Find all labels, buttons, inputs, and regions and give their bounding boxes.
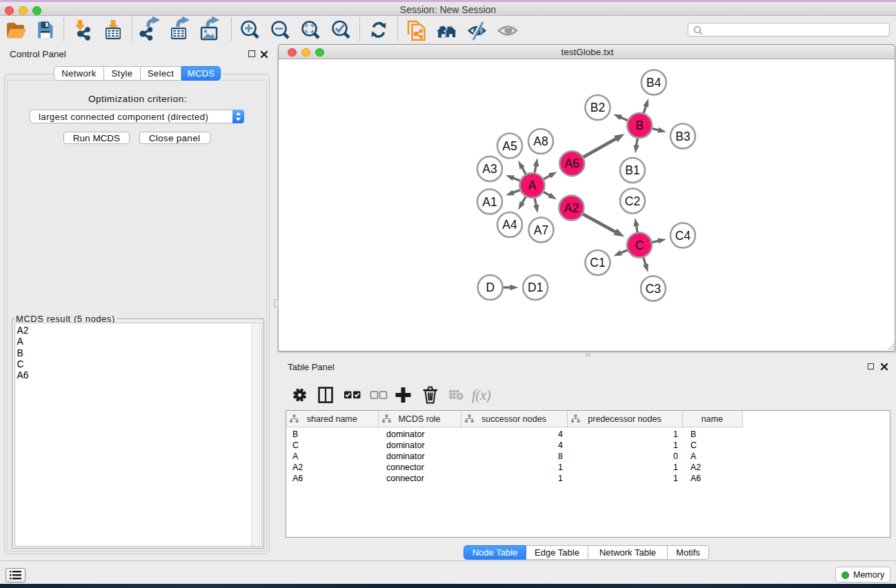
svg-text:f(x): f(x) bbox=[472, 387, 491, 403]
